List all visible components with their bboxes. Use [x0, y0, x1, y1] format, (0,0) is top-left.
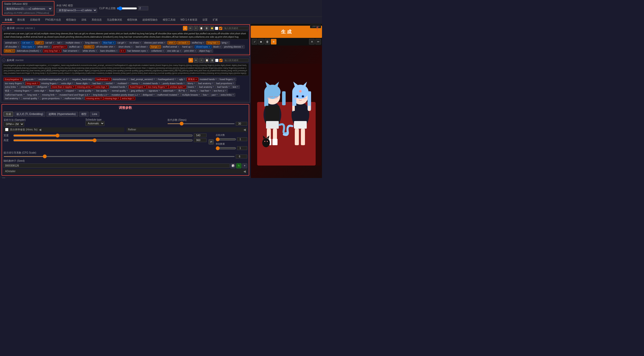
gen-tool-edit2[interactable]: ✏ [315, 39, 321, 44]
tag-close-icon[interactable]: ✕ [225, 90, 227, 92]
tag-close-icon[interactable]: ✕ [106, 86, 108, 88]
neg-tag[interactable]: bad feet ✕ [199, 89, 213, 93]
tag-close-icon[interactable]: ✕ [153, 78, 155, 80]
tag-close-icon[interactable]: ✕ [45, 90, 47, 92]
tag-close-icon[interactable]: ✕ [108, 78, 110, 80]
tag-close-icon[interactable]: ✕ [127, 82, 129, 84]
gen-tool-stop[interactable]: ■ [258, 39, 264, 44]
tag-close-icon[interactable]: ✕ [98, 42, 100, 44]
tag-close-icon[interactable]: ✕ [38, 94, 39, 96]
tag-close-icon[interactable]: ✕ [30, 90, 32, 92]
tag-close-icon[interactable]: ✕ [216, 94, 218, 96]
neg-tag[interactable]: monochrome ✕ [111, 78, 130, 81]
tag-close-icon[interactable]: ✕ [194, 82, 196, 84]
neg-tag[interactable]: bad_prompt_version2 ✕ [129, 78, 156, 81]
neg-tag[interactable]: extra digit ✕ [60, 82, 75, 85]
neg-prompt-circle-btn[interactable]: ○ [2, 58, 6, 62]
width-input[interactable] [194, 134, 207, 137]
tag-close-icon[interactable]: ✕ [39, 50, 41, 52]
neg-tag[interactable]: fused fingers ✕ [218, 78, 236, 81]
neg-tag[interactable]: badhandv4 ✕ [95, 78, 111, 81]
width-slider[interactable] [13, 134, 193, 138]
prompt-tag[interactable]: one side up ✕ [166, 49, 183, 53]
tag-close-icon[interactable]: ✕ [118, 97, 119, 99]
cfg-slider[interactable] [4, 156, 235, 157]
neg-checkbox1[interactable] [215, 59, 218, 62]
tag-close-icon[interactable]: ✕ [82, 97, 84, 99]
inner-tab-model[interactable]: 模型 [79, 112, 89, 117]
tag-close-icon[interactable]: ✕ [58, 50, 60, 52]
neg-tag[interactable]: normal quality ✕ [110, 89, 129, 93]
tag-close-icon[interactable]: ✕ [138, 82, 140, 84]
adetailer-arrow[interactable]: ◀ [243, 170, 246, 173]
tag-close-icon[interactable]: ✕ [178, 46, 179, 48]
prompt-circle-btn[interactable]: ○ [2, 26, 6, 30]
sd-model-select[interactable]: 脑浆削hansv15——v2.safetensors [4, 6, 52, 11]
vae-select[interactable]: 菜苔版hansv15——v2.safetensors [56, 8, 97, 13]
hires-checkbox[interactable] [5, 128, 8, 131]
tag-close-icon[interactable]: ✕ [237, 86, 239, 88]
neg-tag[interactable]: bad hands ✕ [216, 85, 231, 89]
tab-sysinfo[interactable]: 系统信息 [89, 17, 104, 23]
tag-close-icon[interactable]: ✕ [48, 46, 50, 48]
prompt-tag[interactable]: long hair ✕ [206, 41, 220, 44]
prompt-tag[interactable]: socks ✕ [84, 45, 94, 49]
tag-close-icon[interactable]: ✕ [232, 82, 234, 84]
neg-tag[interactable]: bad feet ✕ [91, 82, 105, 85]
tag-close-icon[interactable]: ✕ [78, 50, 80, 52]
neg-tag[interactable]: signature ✕ [147, 89, 162, 93]
neg-tag[interactable]: missing legs ✕ [103, 97, 121, 100]
tag-close-icon[interactable]: ✕ [217, 42, 219, 44]
height-input[interactable] [194, 138, 207, 142]
prompt-tag[interactable]: collarbone ✕ [150, 49, 166, 53]
tag-close-icon[interactable]: ✕ [18, 46, 19, 48]
neg-tag[interactable]: more than 2 nipples ✕ [51, 85, 76, 89]
tab-tagger[interactable]: WD 1.4 标签器 [178, 17, 200, 23]
neg-tag[interactable]: bad anatomy ✕ [4, 97, 22, 100]
prompt-tool-paste[interactable]: 📋 [199, 26, 203, 31]
neg-tag[interactable]: 用户名 ✕ [177, 89, 189, 93]
tag-close-icon[interactable]: ✕ [180, 50, 181, 52]
tag-close-icon[interactable]: ✕ [195, 86, 196, 88]
neg-tag[interactable]: fewer digits ✕ [48, 89, 64, 93]
tab-png-info[interactable]: PNG图片信息 [43, 17, 64, 23]
inner-tab-embedding[interactable]: 嵌入式 (TI, Embedding) [14, 112, 45, 117]
height-slider[interactable] [13, 138, 193, 142]
tag-close-icon[interactable]: ✕ [125, 42, 126, 44]
neg-tag[interactable]: missing fingers ✕ [13, 89, 33, 93]
tag-close-icon[interactable]: ✕ [195, 78, 197, 81]
prompt-tool-star[interactable]: ⭐ [210, 26, 214, 31]
neg-tag[interactable]: text font ui ✕ [212, 89, 228, 93]
steps-input[interactable] [236, 122, 247, 126]
tab-postprocess[interactable]: 后期处理 [27, 17, 43, 23]
tag-close-icon[interactable]: ✕ [55, 94, 57, 96]
inner-tab-hypernetworks[interactable]: 超网络 (Hypernetworks) [46, 112, 78, 117]
tag-close-icon[interactable]: ✕ [219, 46, 221, 48]
neg-tag[interactable]: lowers ✕ [186, 85, 198, 89]
prompt-tool-settings[interactable]: ⚙ [183, 26, 187, 31]
tag-close-icon[interactable]: ✕ [242, 46, 243, 48]
clip-input[interactable] [138, 6, 148, 10]
neg-tag[interactable]: unclear eyes ✕ [168, 85, 186, 89]
tag-close-icon[interactable]: ✕ [144, 90, 146, 92]
neg-text-area[interactable]: EasyNegative,grayscale,verybadImagenegat… [2, 63, 249, 76]
tag-close-icon[interactable]: ✕ [126, 78, 128, 80]
seed-down-button[interactable]: ▼ [242, 163, 247, 168]
tag-close-icon[interactable]: ✕ [183, 86, 185, 88]
tag-close-icon[interactable]: ✕ [210, 50, 212, 52]
prompt-tag[interactable]: cat girl ✕ [116, 41, 128, 44]
tag-close-icon[interactable]: ✕ [91, 86, 93, 88]
neg-tag[interactable]: low quality ✕ [95, 89, 110, 93]
tag-close-icon[interactable]: ✕ [213, 86, 214, 88]
tab-model-tools[interactable]: 模型工具箱 [160, 17, 178, 23]
gen-tool-x[interactable]: ✕ [309, 39, 315, 44]
refiner-arrow[interactable]: ◀ [243, 128, 246, 131]
tag-close-icon[interactable]: ✕ [61, 42, 63, 44]
seed-refresh-button[interactable]: ↻ [236, 163, 241, 168]
tag-close-icon[interactable]: ✕ [173, 42, 175, 44]
tag-close-icon[interactable]: ✕ [209, 90, 211, 92]
neg-tag[interactable]: ugly ✕ [178, 78, 187, 81]
tag-close-icon[interactable]: ✕ [114, 46, 115, 48]
prompt-tag[interactable]: hair ornament ✕ [62, 49, 81, 53]
neg-tag[interactable]: cloned face ✕ [20, 85, 36, 89]
